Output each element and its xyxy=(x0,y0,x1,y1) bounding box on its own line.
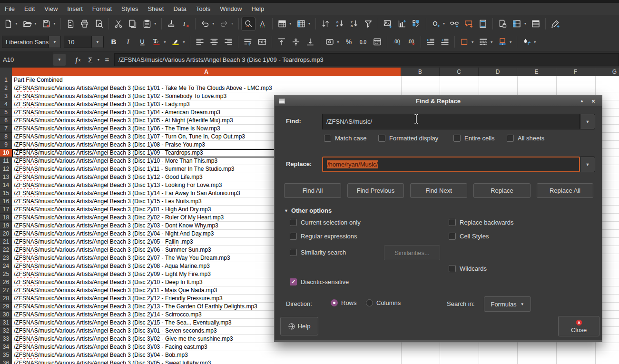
print-button[interactable] xyxy=(78,17,91,30)
row-header-15[interactable]: 15 xyxy=(0,189,12,197)
row-header-36[interactable]: 36 xyxy=(0,359,12,364)
column-header-d[interactable]: D xyxy=(479,68,517,76)
column-header-c[interactable]: C xyxy=(440,68,479,76)
row-header-3[interactable]: 3 xyxy=(0,92,12,100)
row-header-12[interactable]: 12 xyxy=(0,165,12,173)
bold-button[interactable]: B xyxy=(107,35,120,49)
find-replace-button[interactable] xyxy=(242,17,255,30)
row-header-4[interactable]: 4 xyxy=(0,100,12,108)
dialog-titlebar[interactable]: Find & Replace ▲ × xyxy=(275,96,602,106)
chevron-down-icon[interactable]: ▼ xyxy=(533,40,537,44)
column-header-e[interactable]: E xyxy=(517,68,556,76)
insert-hyperlink-button[interactable] xyxy=(448,17,461,30)
replace-button[interactable]: Replace xyxy=(473,183,531,198)
row-header-23[interactable]: 23 xyxy=(0,254,12,262)
split-window-button[interactable] xyxy=(529,17,542,30)
row-header-5[interactable]: 5 xyxy=(0,108,12,117)
clear-formatting-button[interactable]: I xyxy=(179,17,192,30)
current-selection-only-checkbox[interactable]: Current selection only xyxy=(290,219,361,226)
find-input[interactable]: /ZFSNAS/music/ xyxy=(322,114,580,129)
date-button[interactable] xyxy=(371,35,384,49)
row-header-24[interactable]: 24 xyxy=(0,262,12,270)
row-header-18[interactable]: 18 xyxy=(0,214,12,222)
checkmark-icon[interactable]: ✓ xyxy=(290,278,297,285)
checkbox-icon[interactable] xyxy=(449,265,456,272)
find-previous-button[interactable]: Find Previous xyxy=(347,183,404,198)
row-header-22[interactable]: 22 xyxy=(0,246,12,254)
cell-a2[interactable]: /ZFSNAS/music/Various Artists/Angel Beac… xyxy=(12,84,619,92)
menu-item-format[interactable]: Format xyxy=(88,3,117,15)
align-bottom-button[interactable] xyxy=(304,35,317,49)
percent-button[interactable]: % xyxy=(342,35,355,49)
decrease-indent-button[interactable] xyxy=(438,35,452,49)
row-header-28[interactable]: 28 xyxy=(0,295,12,303)
row-header-13[interactable]: 13 xyxy=(0,173,12,181)
italic-button[interactable]: I xyxy=(121,35,135,49)
search-in-dropdown[interactable]: Formulas ▼ xyxy=(484,296,531,312)
checkbox-icon[interactable] xyxy=(290,219,297,226)
menu-item-window[interactable]: Window xyxy=(215,3,246,15)
number-button[interactable]: 0.0 xyxy=(356,35,370,49)
row-header-6[interactable]: 6 xyxy=(0,117,12,125)
radio-icon[interactable] xyxy=(366,299,373,306)
menu-item-edit[interactable]: Edit xyxy=(20,3,39,15)
menu-item-help[interactable]: Help xyxy=(246,3,269,15)
row-header-29[interactable]: 29 xyxy=(0,303,12,311)
font-name-value[interactable]: Liberation Sans xyxy=(2,36,49,48)
checkbox-icon[interactable] xyxy=(507,135,514,142)
chevron-down-icon[interactable]: ▼ xyxy=(49,36,61,48)
row-header-1[interactable]: 1 xyxy=(0,76,12,84)
row-header-17[interactable]: 17 xyxy=(0,206,12,214)
cell-a34[interactable]: /ZFSNAS/music/Various Artists/Angel Beac… xyxy=(12,343,619,351)
redo-button[interactable]: ▼ xyxy=(217,17,236,30)
increase-indent-button[interactable] xyxy=(424,35,437,49)
find-history-dropdown[interactable]: ▼ xyxy=(580,114,595,129)
menu-item-styles[interactable]: Styles xyxy=(117,3,143,15)
merge-cells-button[interactable] xyxy=(255,35,269,49)
chevron-down-icon[interactable]: ▼ xyxy=(182,40,186,44)
find-next-button[interactable]: Find Next xyxy=(410,183,467,198)
export-pdf-button[interactable] xyxy=(64,17,77,30)
row-header-30[interactable]: 30 xyxy=(0,311,12,319)
sort-descending-button[interactable]: za xyxy=(347,17,361,30)
replace-input[interactable]: /home/ryan/Music/ xyxy=(322,157,580,172)
menu-item-sheet[interactable]: Sheet xyxy=(143,3,168,15)
column-header-a[interactable]: A xyxy=(12,68,401,76)
row-header-33[interactable]: 33 xyxy=(0,335,12,343)
sort-ascending-button[interactable]: az xyxy=(333,17,346,30)
name-box[interactable]: A10 xyxy=(0,52,53,68)
add-decimal-button[interactable]: .00 xyxy=(390,35,403,49)
chevron-down-icon[interactable]: ▼ xyxy=(289,22,292,25)
cell-a36[interactable]: /ZFSNAS/music/Various Artists/Angel Beac… xyxy=(12,359,619,364)
edit-mode-button[interactable] xyxy=(496,17,509,30)
replace-backwards-checkbox[interactable]: Replace backwards xyxy=(449,219,513,226)
open-button[interactable]: ▼ xyxy=(20,17,39,30)
font-color-button[interactable]: T▼ xyxy=(150,35,168,49)
delete-decimal-button[interactable]: .00 xyxy=(404,35,418,49)
shade-button[interactable]: ▲ xyxy=(578,97,586,105)
checkbox-icon[interactable] xyxy=(324,135,331,142)
insert-row-button[interactable]: ▼ xyxy=(275,17,294,30)
border-style-button[interactable]: ▼ xyxy=(477,35,495,49)
formatted-display-checkbox[interactable]: Formatted display xyxy=(378,135,438,142)
replace-all-button[interactable]: Replace All xyxy=(537,183,593,198)
entire-cells-checkbox[interactable]: Entire cells xyxy=(453,135,495,142)
match-case-checkbox[interactable]: Match case xyxy=(324,135,366,142)
similarities-button[interactable]: Similarities... xyxy=(384,245,440,260)
undo-button[interactable]: ▼ xyxy=(198,17,216,30)
row-header-2[interactable]: 2 xyxy=(0,84,12,92)
function-wizard-button[interactable]: ƒx xyxy=(71,52,84,68)
row-header-9[interactable]: 9 xyxy=(0,141,12,149)
special-character-button[interactable]: Ω▼ xyxy=(429,17,447,30)
checkbox-icon[interactable] xyxy=(290,249,297,256)
other-options-expander[interactable]: ▼ Other options xyxy=(284,207,332,214)
row-header-27[interactable]: 27 xyxy=(0,286,12,295)
cell-styles-checkbox[interactable]: Cell Styles xyxy=(449,233,489,240)
row-header-21[interactable]: 21 xyxy=(0,238,12,246)
menu-item-view[interactable]: View xyxy=(39,3,62,15)
cell-a35[interactable]: /ZFSNAS/music/Various Artists/Angel Beac… xyxy=(12,351,619,359)
chevron-down-icon[interactable]: ▼ xyxy=(212,22,215,25)
align-top-button[interactable] xyxy=(275,35,288,49)
menu-item-insert[interactable]: Insert xyxy=(62,3,88,15)
row-header-14[interactable]: 14 xyxy=(0,181,12,189)
